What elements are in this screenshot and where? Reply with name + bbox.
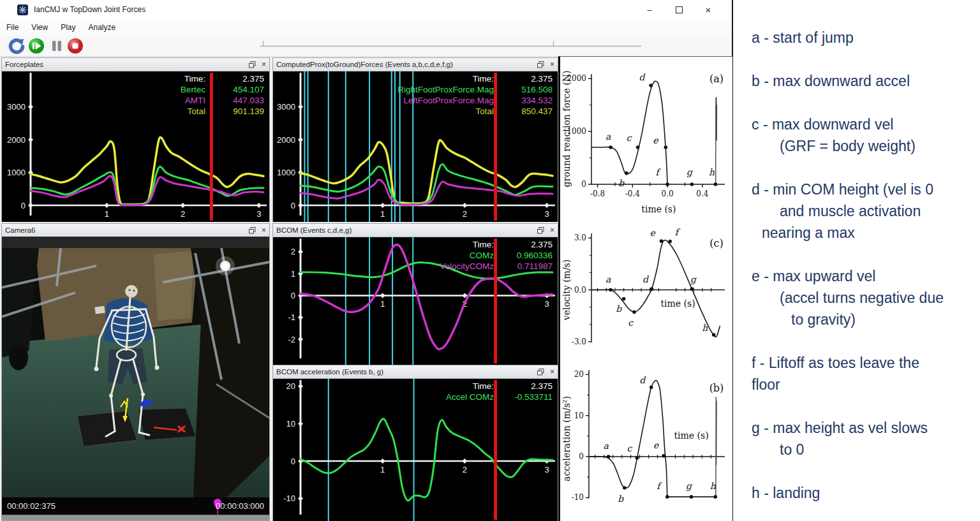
svg-text:3000: 3000: [7, 102, 26, 112]
close-panel-icon[interactable]: ×: [550, 61, 554, 68]
menu-view[interactable]: View: [25, 20, 54, 34]
svg-text:g: g: [686, 481, 693, 492]
camera-3d-view[interactable]: [2, 237, 269, 497]
minimize-button[interactable]: –: [635, 0, 664, 19]
bcom-acceleration-panel-header[interactable]: BCOM acceleration (Events b, g) ×: [273, 365, 558, 379]
svg-text:g: g: [690, 274, 697, 285]
svg-text:d: d: [639, 72, 646, 82]
slider-tick: [263, 41, 264, 46]
panel-title: Forceplates: [5, 61, 249, 68]
svg-text:-3.0: -3.0: [572, 337, 586, 346]
svg-text:f: f: [656, 167, 662, 177]
legend-row: Total901.139: [181, 106, 264, 117]
svg-text:(c): (c): [709, 237, 723, 249]
annotation-group: d - min COM height (vel is 0and muscle a…: [752, 179, 980, 244]
svg-text:3: 3: [544, 299, 549, 309]
maximize-button[interactable]: [664, 0, 694, 19]
forceplates-chart[interactable]: 0100020003000123 Time:2.375 Bertec454.10…: [2, 71, 269, 222]
maximize-icon: [676, 6, 683, 13]
float-panel-icon[interactable]: [249, 61, 256, 68]
svg-text:c: c: [627, 133, 632, 143]
camera-time-bar: 00:00:02:375 00:00:03:000: [2, 497, 269, 515]
svg-text:0: 0: [579, 452, 584, 461]
float-panel-icon[interactable]: [249, 227, 256, 234]
current-timecode: 00:00:02:375: [7, 501, 56, 511]
forceplates-legend: Time:2.375 Bertec454.107 AMTI447.033 Tot…: [181, 73, 264, 117]
forceplates-panel-header[interactable]: Forceplates ×: [2, 58, 269, 71]
annotation-group: h - landing: [752, 482, 980, 504]
bcom-panel-header[interactable]: BCOM (Events c,d,e,g) ×: [273, 224, 558, 237]
camera-panel-header[interactable]: Camera6 ×: [2, 224, 269, 237]
svg-text:-10: -10: [283, 494, 295, 503]
svg-text:g: g: [687, 167, 694, 178]
stop-button[interactable]: [67, 38, 84, 54]
float-panel-icon[interactable]: [537, 61, 544, 68]
wall-paper: [94, 306, 105, 314]
title-bar[interactable]: IanCMJ w TopDown Joint Forces – ×: [0, 0, 732, 20]
annotation-line: (accel turns negative due: [752, 287, 980, 309]
svg-text:0: 0: [581, 180, 586, 189]
annotation-line: to gravity): [752, 309, 980, 330]
svg-text:1: 1: [291, 269, 295, 279]
svg-text:e: e: [653, 440, 659, 450]
svg-text:-10: -10: [572, 493, 584, 502]
annotation-line: floor: [752, 374, 980, 395]
close-panel-icon[interactable]: ×: [262, 226, 266, 234]
annotation-group: e - max upward vel(accel turns negative …: [752, 265, 980, 330]
svg-text:1: 1: [380, 465, 385, 474]
timeline-slider[interactable]: [260, 45, 641, 48]
reference-plots-panel: 010002000-0.8-0.40.00.4abcdefghtime (s)g…: [558, 56, 732, 521]
svg-text:h: h: [709, 167, 715, 177]
svg-text:3000: 3000: [277, 102, 295, 112]
computed-forces-chart[interactable]: 0100020003000123 Time:2.375 RightFootPro…: [273, 71, 558, 222]
bcom-panel: BCOM (Events c,d,e,g) × -2-1012123 Time:…: [272, 223, 558, 365]
svg-text:0.0: 0.0: [574, 286, 586, 295]
svg-text:3.0: 3.0: [574, 233, 586, 242]
reset-button[interactable]: [8, 38, 25, 54]
annotation-group: g - max height as vel slowsto 0: [752, 417, 980, 460]
pause-button[interactable]: [48, 38, 65, 54]
svg-text:-0.4: -0.4: [625, 189, 641, 198]
panel-title: BCOM (Events c,d,e,g): [276, 226, 537, 234]
legend-row: Time:2.375: [446, 381, 553, 392]
svg-text:-2: -2: [288, 335, 295, 344]
legend-row: AMTI447.033: [181, 95, 264, 106]
close-panel-icon[interactable]: ×: [262, 61, 266, 68]
svg-text:20: 20: [574, 370, 584, 379]
svg-text:c: c: [628, 318, 634, 328]
end-timecode: 00:00:03:000: [216, 501, 264, 511]
svg-text:1000: 1000: [7, 168, 26, 177]
float-panel-icon[interactable]: [537, 369, 544, 376]
camera-scrollbar[interactable]: [2, 515, 269, 520]
annotation-group: f - Liftoff as toes leave thefloor: [752, 352, 980, 395]
svg-text:-1: -1: [288, 312, 295, 322]
legend-row: RightFootProxForce.Mag516.508: [397, 84, 553, 95]
svg-text:1: 1: [380, 209, 385, 219]
app-icon: [17, 4, 28, 15]
play-button[interactable]: [28, 38, 45, 54]
svg-text:acceleration (m/s²): acceleration (m/s²): [561, 396, 572, 481]
annotation-line: and muscle activation: [752, 200, 980, 222]
annotation-group: c - max downward vel(GRF = body weight): [752, 114, 980, 157]
float-panel-icon[interactable]: [537, 227, 544, 234]
bcom-acceleration-chart[interactable]: -1001020123 Time:2.375 Accel COMz-0.5337…: [273, 379, 558, 521]
annotations: a - start of jumpb - max downward accelc…: [734, 0, 980, 521]
svg-text:time (s): time (s): [641, 204, 676, 214]
svg-text:0: 0: [291, 457, 295, 466]
svg-text:time (s): time (s): [674, 430, 708, 441]
annotation-group: a - start of jump: [752, 27, 980, 48]
svg-text:3: 3: [544, 465, 549, 474]
bcom-acceleration-panel: BCOM acceleration (Events b, g) × -10010…: [272, 365, 558, 521]
menu-play[interactable]: Play: [54, 20, 82, 34]
computed-forces-panel-header[interactable]: ComputedProx(toGround)Forces (Events a,b…: [273, 58, 558, 71]
close-button[interactable]: ×: [694, 0, 723, 19]
bcom-chart[interactable]: -2-1012123 Time:2.375 COMz0.960336 Veloc…: [273, 237, 558, 365]
svg-text:0: 0: [291, 291, 295, 300]
close-panel-icon[interactable]: ×: [550, 226, 554, 234]
close-panel-icon[interactable]: ×: [550, 368, 554, 376]
menu-file[interactable]: File: [0, 20, 25, 34]
svg-text:d: d: [639, 375, 646, 385]
reference-plot-acceleration: -1001020abcdefghtime (s)acceleration (m/…: [560, 366, 732, 520]
svg-text:0: 0: [291, 201, 295, 210]
menu-analyze[interactable]: Analyze: [82, 20, 122, 34]
